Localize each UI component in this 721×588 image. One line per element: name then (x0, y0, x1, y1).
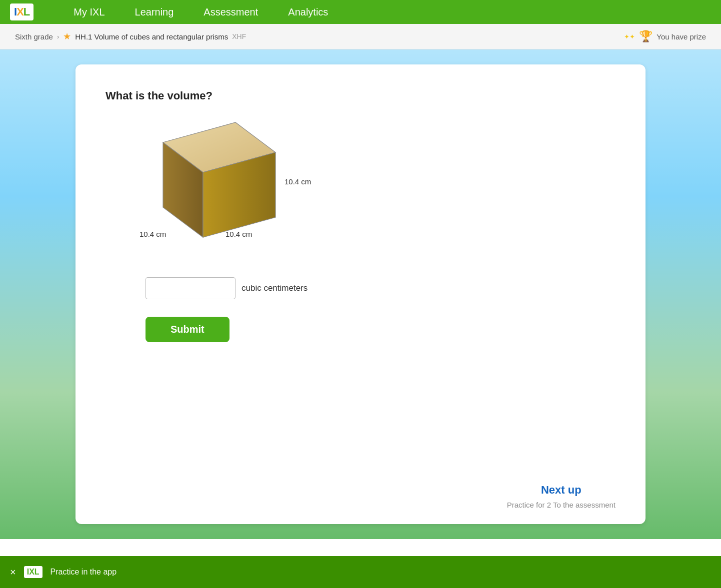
bottom-bar: × IXL Practice in the app (0, 556, 721, 588)
nav-learning[interactable]: Learning (135, 6, 174, 18)
bottom-bar-text: Practice in the app (50, 568, 117, 577)
next-up-section: Next up Practice for 2 To the assessment (507, 484, 616, 509)
nav-header: IXL My IXL Learning Assessment Analytics (0, 0, 721, 24)
question-card: What is the volume? (76, 64, 646, 524)
nav-analytics[interactable]: Analytics (288, 6, 328, 18)
dimension-right-label: 10.4 cm (284, 177, 311, 186)
breadcrumb-star-icon: ★ (63, 31, 71, 42)
answer-unit: cubic centimeters (242, 283, 308, 293)
dimension-left-label: 10.4 cm (140, 230, 166, 238)
breadcrumb: Sixth grade › ★ HH.1 Volume of cubes and… (0, 24, 721, 49)
bottom-logo[interactable]: IXL (24, 566, 42, 578)
logo[interactable]: IXL (10, 3, 34, 20)
nav-my-ixl[interactable]: My IXL (74, 6, 104, 18)
prize-notification[interactable]: ✦✦ 🏆 You have prize (624, 30, 706, 43)
nav-assessment[interactable]: Assessment (204, 6, 258, 18)
breadcrumb-grade[interactable]: Sixth grade (15, 32, 53, 41)
dimension-front-label: 10.4 cm (226, 230, 252, 238)
prize-text: You have prize (656, 32, 706, 41)
submit-button[interactable]: Submit (146, 317, 230, 342)
breadcrumb-chevron-icon: › (57, 33, 59, 40)
close-button[interactable]: × (10, 567, 16, 578)
main-background: What is the volume? (0, 49, 721, 539)
logo-text: IXL (14, 5, 30, 18)
cube-diagram: 10.4 cm 10.4 cm 10.4 cm (120, 117, 330, 267)
nav-links: My IXL Learning Assessment Analytics (74, 6, 328, 18)
next-up-subtitle: Practice for 2 To the assessment (507, 501, 616, 509)
bottom-logo-text: IXL (27, 568, 40, 577)
prize-trophy-icon: 🏆 (639, 30, 652, 43)
question-text: What is the volume? (106, 89, 616, 102)
next-up-title: Next up (507, 484, 616, 497)
answer-input[interactable] (146, 277, 236, 299)
breadcrumb-title: HH.1 Volume of cubes and rectangular pri… (75, 32, 228, 41)
breadcrumb-code: XHF (232, 32, 246, 40)
prize-sparkle-icon: ✦✦ (624, 33, 635, 40)
cube-svg (120, 117, 280, 247)
answer-area: cubic centimeters (146, 277, 616, 299)
